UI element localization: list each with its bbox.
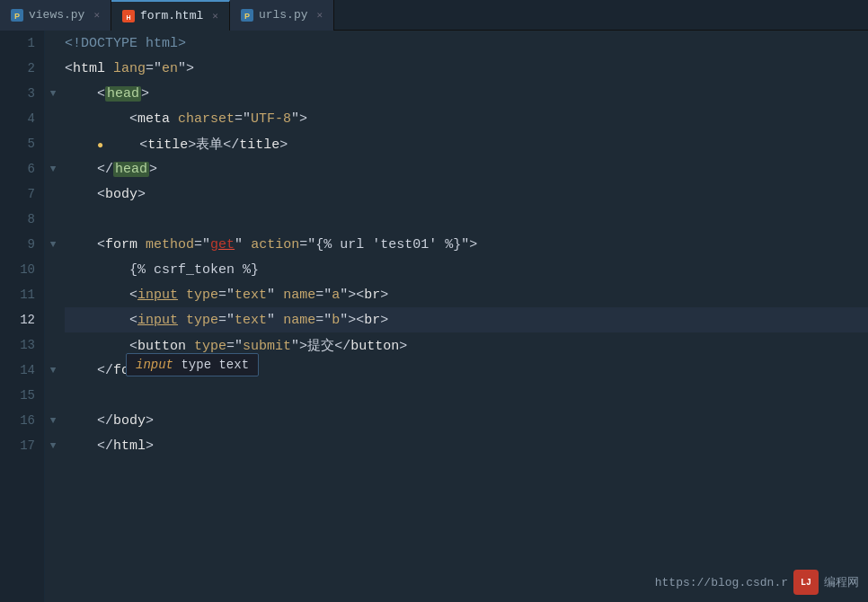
tooltip-space [173,358,181,372]
fold-8 [45,207,61,232]
code-line-4: <meta charset="UTF-8"> [65,106,868,131]
fold-15 [45,383,61,408]
fold-12 [45,307,61,332]
fold-16[interactable]: ▼ [45,408,61,433]
line-num-2: 2 [0,56,44,81]
line4-content: <meta charset="UTF-8"> [65,111,307,127]
tab-urls-py-close[interactable]: ✕ [317,9,323,21]
tab-views-py-label: views.py [29,8,84,22]
tab-form-html-label: form.html [140,9,203,22]
code-line-1: <!DOCTYPE html> [65,31,868,56]
tab-form-html-close[interactable]: ✕ [212,10,218,22]
fold-11 [45,282,61,307]
line5-content: ● <title>表单</title> [65,136,288,153]
code-content[interactable]: <!DOCTYPE html> <html lang="en"> <head> … [61,31,868,602]
tab-urls-py[interactable]: P urls.py ✕ [230,0,334,31]
fold-10 [45,257,61,282]
line-num-11: 11 [0,282,44,307]
tab-urls-py-label: urls.py [259,8,308,22]
tooltip-keyword: input [136,358,173,372]
code-line-9: <form method="get" action="{% url 'test0… [65,232,868,257]
code-line-8 [65,207,868,232]
code-line-15 [65,383,868,408]
svg-text:P: P [244,11,250,20]
code-line-3: <head> [65,81,868,106]
line12-content: <input type="text" name="b"><br> [65,313,388,328]
code-line-17: </html> [65,433,868,458]
code-line-2: <html lang="en"> [65,56,868,81]
fold-9[interactable]: ▼ [45,232,61,257]
python-icon: P [11,9,23,22]
line-num-6: 6 [0,156,44,181]
branding-area: https://blog.csdn.r LJ 编程网 [655,570,859,595]
code-line-6: </head> [65,156,868,181]
line17-content: </html> [65,438,154,454]
fold-13 [45,332,61,358]
urls-python-icon: P [241,9,253,22]
fold-4 [45,106,61,131]
code-line-10: {% csrf_token %} [65,257,868,282]
tab-bar: P views.py ✕ H form.html ✕ P urls.py ✕ [0,0,868,31]
fold-7 [45,181,61,207]
line-num-5: 5 [0,131,44,156]
fold-17[interactable]: ▼ [45,433,61,458]
brand-logo: LJ [793,570,819,595]
fold-5 [45,131,61,156]
line-num-10: 10 [0,257,44,282]
line-numbers: 1 2 3 4 5 6 7 8 9 10 11 12 13 14 15 16 1… [0,31,45,602]
brand-site: 编程网 [824,574,859,590]
code-line-5: ● <title>表单</title> [65,131,868,156]
fold-14[interactable]: ▼ [45,358,61,383]
line13-content: <button type="submit">提交</button> [65,337,407,354]
line-num-8: 8 [0,207,44,232]
brand-url: https://blog.csdn.r [655,576,788,589]
line-num-4: 4 [0,106,44,131]
tab-views-py[interactable]: P views.py ✕ [0,0,111,31]
line11-content: <input type="text" name="a"><br> [65,288,388,303]
line6-content: </head> [65,162,157,177]
fold-1 [45,31,61,56]
line-num-14: 14 [0,358,44,383]
line-num-7: 7 [0,181,44,207]
line-num-9: 9 [0,232,44,257]
tab-form-html[interactable]: H form.html ✕ [111,0,230,31]
code-line-7: <body> [65,181,868,207]
line3-content: <head> [65,86,149,102]
tab-views-py-close[interactable]: ✕ [93,9,100,21]
line-num-3: 3 [0,81,44,106]
line7-content: <body> [65,187,146,202]
fold-indicators: ▼ ▼ ▼ ▼ ▼ ▼ [45,31,61,602]
line1-content: <!DOCTYPE html> [65,36,186,51]
line16-content: </body> [65,413,154,429]
line-num-13: 13 [0,332,44,358]
line-num-15: 15 [0,383,44,408]
code-line-16: </body> [65,408,868,433]
tooltip-description: type text [181,358,249,372]
line-num-16: 16 [0,408,44,433]
line-num-17: 17 [0,433,44,458]
fold-2 [45,56,61,81]
editor-area: 1 2 3 4 5 6 7 8 9 10 11 12 13 14 15 16 1… [0,31,868,602]
fold-6[interactable]: ▼ [45,156,61,181]
html-icon: H [122,10,135,22]
line2-content: <html lang="en"> [65,61,194,76]
brand-logo-text: LJ [801,578,811,588]
line-num-12: 12 [0,307,44,332]
line9-content: <form method="get" action="{% url 'test0… [65,237,477,252]
autocomplete-tooltip: input type text [126,353,259,376]
svg-text:H: H [127,13,131,20]
line10-content: {% csrf_token %} [65,262,259,278]
line-num-1: 1 [0,31,44,56]
code-line-11: <input type="text" name="a"><br> [65,282,868,307]
code-line-12: <input type="text" name="b"><br> [65,307,868,332]
fold-3[interactable]: ▼ [45,81,61,106]
svg-text:P: P [14,11,20,20]
